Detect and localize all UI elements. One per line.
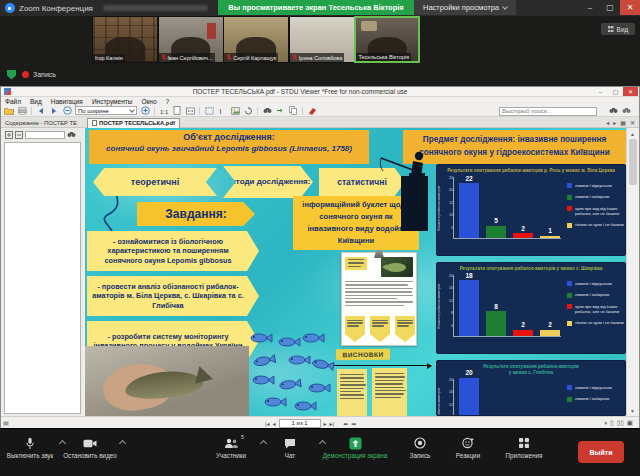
scroll-up-icon[interactable]: ▲ <box>628 129 637 138</box>
bar-value-label: 5 <box>486 217 506 224</box>
maximize-button[interactable]: ▢ <box>600 0 620 15</box>
document-tab[interactable]: ПОСТЕР ТЕСЕЛЬСЬКА.pdf <box>87 118 180 129</box>
view-settings-button[interactable]: Настройки просмотра <box>414 0 516 15</box>
zoom-window-controls: – ▢ ✕ <box>580 0 640 15</box>
prev-page-icon[interactable]: ◂ <box>273 420 276 427</box>
find-next-icon[interactable] <box>622 107 631 114</box>
booklet-arrow-3 <box>395 316 415 342</box>
leave-meeting-button[interactable]: Выйти <box>578 441 624 463</box>
document-viewport[interactable]: Об'єкт дослідження: сонячний окунь звича… <box>85 128 626 416</box>
y-tick-label: 12 <box>444 403 453 407</box>
last-page-icon[interactable]: ▸| <box>330 420 335 427</box>
first-page-icon[interactable]: |◂ <box>265 420 270 427</box>
viewer-maximize-button[interactable]: ▢ <box>608 87 623 96</box>
participant-video-3[interactable]: Сергій Карлащук <box>223 16 289 63</box>
participant-video-1[interactable]: Ігор Калнін <box>92 16 158 63</box>
menu-item-окно[interactable]: Окно <box>141 98 156 105</box>
legend-item: ловили і забирали <box>567 292 625 298</box>
page-indicator[interactable]: 1 из 1 <box>279 419 321 428</box>
menu-item-инструменты[interactable]: Инструменты <box>92 98 133 105</box>
y-tick-label: 12 <box>444 299 453 303</box>
sidebar-find-icon[interactable] <box>67 131 76 138</box>
actual-size-icon[interactable]: 1:1 <box>159 106 169 115</box>
print-icon[interactable] <box>17 106 27 115</box>
zoom-out-icon[interactable] <box>62 106 72 115</box>
minimize-button[interactable]: – <box>580 0 600 15</box>
screen-share-banner: Вы просматриваете экран Тесельська Вікто… <box>218 0 414 15</box>
vertical-scrollbar[interactable]: ▲ ▼ <box>626 128 637 416</box>
survey-chart-1: Результати опитування рибалок-аматорів р… <box>436 164 626 256</box>
close-button[interactable]: ✕ <box>620 0 640 15</box>
next-view-icon[interactable] <box>49 106 59 115</box>
status-page-icon[interactable]: ▤ <box>3 419 9 426</box>
history-forward-icon[interactable]: ➡ <box>351 420 356 427</box>
book-view-icon[interactable]: ▣ <box>627 419 633 427</box>
rotate-view-icon[interactable]: ◑ <box>603 419 607 427</box>
next-tab-icon[interactable]: ▸ <box>613 119 616 126</box>
close-tab-icon[interactable]: ✕ <box>630 119 635 126</box>
scrollbar-thumb[interactable] <box>629 139 637 185</box>
participant-video-5[interactable]: Тесельська Вікторія <box>354 16 420 63</box>
expand-all-icon[interactable] <box>5 131 13 139</box>
viewer-minimize-button[interactable]: – <box>593 87 608 96</box>
find-next-icon[interactable] <box>275 106 285 115</box>
recording-dot-icon <box>22 71 29 78</box>
control-label: Выключить звук <box>7 452 54 459</box>
highlight-icon[interactable] <box>307 106 317 115</box>
viewer-close-button[interactable]: ✕ <box>623 87 638 96</box>
view-button[interactable]: Вид <box>601 23 635 35</box>
bar-value-label: 18 <box>459 272 479 279</box>
open-file-icon[interactable] <box>4 106 14 115</box>
rotate-icon[interactable] <box>243 106 253 115</box>
legend-label: ніколи не чули і не бачили <box>575 222 624 227</box>
next-page-icon[interactable]: ▸ <box>324 420 327 427</box>
chart-legend: ловили і відпускалиловили і забираличули… <box>567 177 625 239</box>
security-shield-icon[interactable] <box>7 70 16 80</box>
legend-item: ловили і забирали <box>567 194 625 200</box>
scroll-down-icon[interactable]: ▼ <box>628 406 637 415</box>
zoom-in-icon[interactable] <box>140 106 150 115</box>
legend-item: ніколи не чули і не бачили <box>567 222 625 228</box>
select-text-icon[interactable]: I <box>217 106 227 115</box>
export-image-icon[interactable] <box>230 106 240 115</box>
fit-page-icon[interactable] <box>172 106 182 115</box>
contents-panel[interactable] <box>4 142 81 414</box>
booklet-arrow-1 <box>345 316 365 342</box>
history-back-icon[interactable]: ⬅ <box>343 420 348 427</box>
fit-width-icon[interactable] <box>185 106 195 115</box>
stdu-viewer-window: ПОСТЕР ТЕСЕЛЬСЬКА.pdf - STDU Viewer *Fre… <box>0 86 640 428</box>
participant-name-label: Тесельська Вікторія <box>356 53 411 61</box>
control-camera-button[interactable]: Остановить видео <box>55 436 125 459</box>
menu-item-[interactable]: ? <box>166 98 170 105</box>
control-share-screen-button[interactable]: Демонстрация экрана <box>320 436 390 459</box>
viewer-toolbar: По ширине1:1I <box>1 105 639 117</box>
menu-item-навигация[interactable]: Навигация <box>51 98 83 105</box>
facing-pages-icon[interactable]: ▯▯ <box>617 419 624 427</box>
sidebar-search-input[interactable] <box>25 131 65 139</box>
frame-icon[interactable] <box>204 106 214 115</box>
participant-name-label: Ігор Калнін <box>93 54 125 62</box>
prev-view-icon[interactable] <box>36 106 46 115</box>
control-chat-button[interactable]: Чат <box>255 436 325 459</box>
task-arrow-2: - провести аналіз обізнаності рибалок-ам… <box>87 276 259 316</box>
collapse-all-icon[interactable] <box>15 131 23 139</box>
participant-video-4[interactable]: Ірина Соловйова <box>289 16 355 63</box>
control-apps-button[interactable]: Приложения <box>489 436 559 459</box>
zoom-mode-select[interactable]: По ширине <box>75 106 137 115</box>
y-tick-label: 10 <box>444 213 453 217</box>
toolbar-separator <box>31 107 32 115</box>
find-icon[interactable] <box>609 107 618 114</box>
tab-list-icon[interactable]: ▦ <box>620 119 626 126</box>
menu-item-файл[interactable]: Файл <box>5 98 21 105</box>
participant-video-2[interactable]: Іван Сергійович... <box>158 16 224 63</box>
bar-3 <box>513 233 533 238</box>
copy-icon[interactable] <box>288 106 298 115</box>
legend-label: ловили і відпускали <box>575 183 612 188</box>
legend-item: ніколи не чули і не бачили <box>567 320 625 326</box>
single-page-icon[interactable]: ▯ <box>610 419 614 427</box>
prev-tab-icon[interactable]: ◂ <box>606 119 609 126</box>
quick-search-input[interactable] <box>499 107 597 116</box>
legend-swatch <box>567 206 572 211</box>
find-icon[interactable] <box>262 106 272 115</box>
menu-item-вид[interactable]: Вид <box>30 98 42 105</box>
